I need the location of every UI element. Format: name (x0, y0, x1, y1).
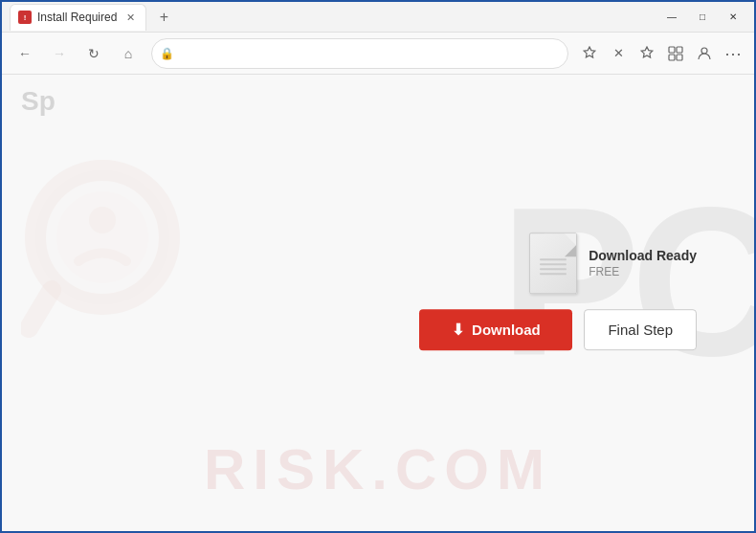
profile-button[interactable] (691, 40, 718, 67)
forward-button[interactable]: → (44, 38, 75, 69)
svg-point-4 (701, 48, 707, 54)
browser-tab[interactable]: ! Install Required ✕ (10, 4, 146, 31)
watermark-sp-text: Sp (21, 86, 56, 117)
download-button[interactable]: ⬇ Download (419, 309, 572, 350)
tab-title: Install Required (37, 11, 117, 24)
nav-bar: ← → ↻ ⌂ 🔒 ✕ ⋯ (2, 33, 754, 75)
lock-icon: 🔒 (160, 47, 174, 60)
download-arrow-icon: ⬇ (452, 321, 464, 339)
download-button-label: Download (472, 322, 541, 338)
watermark-risk-text: RISK.COM (204, 436, 552, 502)
svg-rect-3 (677, 55, 682, 60)
file-preview: Download Ready FREE (529, 233, 697, 294)
tab-favicon-icon: ! (18, 11, 32, 24)
file-info: Download Ready FREE (589, 248, 697, 278)
final-step-button-label: Final Step (608, 322, 673, 338)
favorites-icon-button[interactable] (576, 40, 603, 67)
magnifier-watermark (21, 151, 193, 366)
file-line (540, 263, 567, 265)
refresh-button[interactable]: ↻ (78, 38, 109, 69)
maximize-button[interactable]: □ (689, 8, 716, 27)
title-bar: ! Install Required ✕ + — □ ✕ (2, 2, 754, 33)
stop-icon-button[interactable]: ✕ (605, 40, 632, 67)
file-line (540, 273, 567, 275)
file-icon (529, 233, 577, 294)
svg-point-6 (56, 191, 148, 283)
more-button[interactable]: ⋯ (720, 40, 746, 67)
svg-rect-2 (669, 55, 675, 60)
final-step-button[interactable]: Final Step (584, 309, 697, 350)
nav-right-icons: ✕ ⋯ (576, 40, 746, 67)
address-bar[interactable]: 🔒 (151, 38, 568, 69)
home-button[interactable]: ⌂ (113, 38, 144, 69)
page-content: Sp PC RISK.COM (2, 75, 754, 531)
file-line (540, 268, 567, 270)
window-controls: — □ ✕ (658, 8, 746, 27)
download-ready-label: Download Ready (589, 248, 697, 263)
file-line (540, 258, 567, 260)
svg-line-7 (29, 290, 52, 328)
svg-rect-0 (669, 47, 675, 53)
minimize-button[interactable]: — (658, 8, 685, 27)
free-label: FREE (589, 265, 697, 278)
window-frame: ! Install Required ✕ + — □ ✕ ← → ↻ ⌂ 🔒 ✕ (0, 0, 756, 533)
button-row: ⬇ Download Final Step (419, 309, 697, 350)
file-lines (540, 258, 567, 275)
star-icon-button[interactable] (634, 40, 660, 67)
close-button[interactable]: ✕ (720, 8, 746, 27)
download-card: Download Ready FREE ⬇ Download Final Ste… (419, 233, 697, 350)
svg-point-8 (89, 207, 116, 233)
tab-close-button[interactable]: ✕ (122, 10, 138, 25)
back-button[interactable]: ← (10, 38, 40, 69)
svg-rect-1 (677, 47, 682, 53)
collections-button[interactable] (662, 40, 689, 67)
new-tab-button[interactable]: + (150, 4, 177, 31)
